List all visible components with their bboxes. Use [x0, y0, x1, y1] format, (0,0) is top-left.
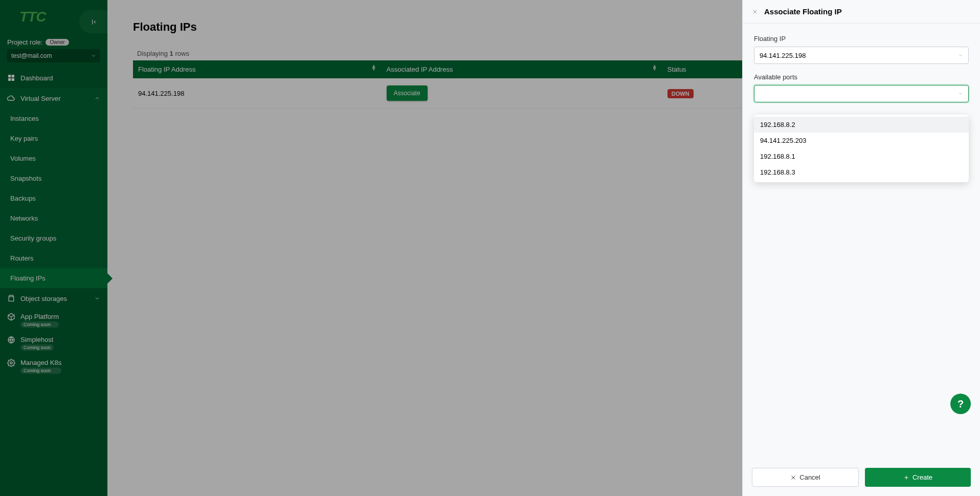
available-ports-label: Available ports [754, 73, 969, 81]
modal-overlay[interactable] [0, 0, 742, 496]
drawer-footer: Cancel Create [743, 461, 980, 496]
help-button[interactable]: ? [950, 394, 971, 414]
available-ports-dropdown: 192.168.8.2 94.141.225.203 192.168.8.1 1… [754, 115, 969, 182]
associate-floating-ip-drawer: Associate Floating IP Floating IP 94.141… [742, 0, 980, 496]
create-button[interactable]: Create [865, 468, 971, 487]
create-label: Create [912, 473, 932, 481]
dropdown-option[interactable]: 94.141.225.203 [754, 133, 969, 148]
plus-icon [903, 475, 909, 481]
close-icon [790, 475, 796, 481]
drawer-title: Associate Floating IP [764, 7, 842, 16]
help-icon: ? [957, 398, 964, 410]
available-ports-select[interactable] [754, 85, 969, 102]
floating-ip-value: 94.141.225.198 [760, 52, 806, 59]
close-icon[interactable] [752, 9, 758, 15]
chevron-down-icon [958, 91, 963, 96]
cancel-button[interactable]: Cancel [752, 468, 859, 487]
chevron-down-icon [958, 53, 963, 58]
dropdown-option[interactable]: 192.168.8.3 [754, 164, 969, 180]
drawer-header: Associate Floating IP [743, 0, 980, 24]
cancel-label: Cancel [799, 473, 820, 481]
drawer-body: Floating IP 94.141.225.198 Available por… [743, 24, 980, 461]
floating-ip-label: Floating IP [754, 35, 969, 42]
dropdown-option[interactable]: 192.168.8.2 [754, 117, 969, 133]
dropdown-option[interactable]: 192.168.8.1 [754, 148, 969, 164]
floating-ip-select[interactable]: 94.141.225.198 [754, 47, 969, 64]
